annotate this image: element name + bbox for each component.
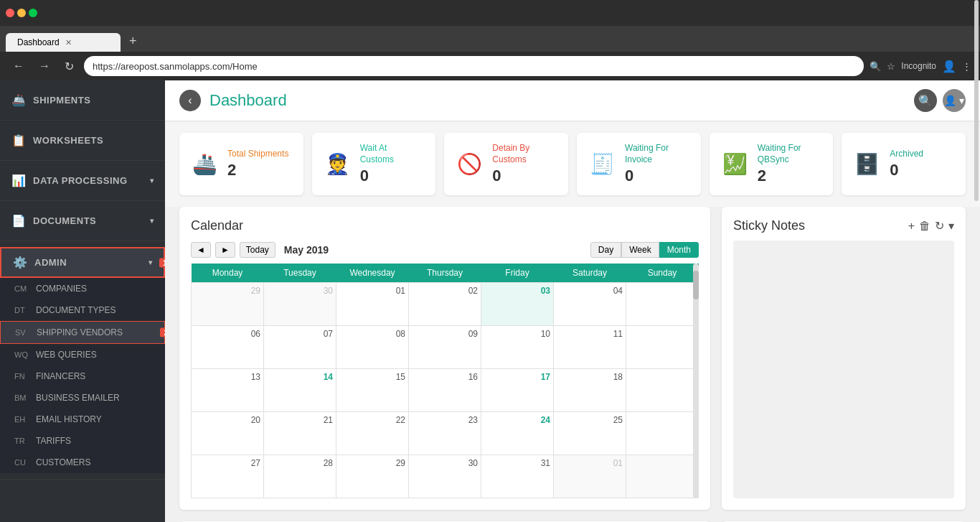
document-types-prefix: DT — [14, 306, 30, 314]
sidebar-sub-shipping-vendors[interactable]: SV SHIPPING VENDORS 2 — [0, 321, 165, 344]
cal-cell-12[interactable] — [626, 326, 699, 369]
sidebar-item-documents[interactable]: 📄 DOCUMENTS ▾ — [0, 207, 165, 235]
tab-close-btn[interactable]: ✕ — [65, 38, 72, 47]
calendar-prev-btn[interactable]: ◄ — [191, 242, 211, 258]
cal-cell-06[interactable]: 06 — [192, 326, 264, 369]
cal-cell-20[interactable]: 20 — [192, 412, 264, 455]
forward-nav-btn[interactable]: → — [34, 57, 55, 75]
cal-cell-10[interactable]: 10 — [481, 326, 554, 369]
calendar-month-view-btn[interactable]: Month — [659, 242, 699, 258]
web-queries-prefix: WQ — [14, 350, 30, 359]
sticky-refresh-btn[interactable]: ↻ — [935, 219, 944, 233]
cal-cell-09[interactable]: 09 — [409, 326, 481, 369]
new-tab-btn[interactable]: + — [123, 31, 143, 52]
profile-icon[interactable]: 👤 — [942, 60, 956, 73]
sidebar-item-shipments[interactable]: 🚢 SHIPMENTS — [0, 86, 165, 114]
cal-cell-23[interactable]: 23 — [409, 412, 481, 455]
cal-cell-16[interactable]: 16 — [409, 369, 481, 412]
archived-stat-icon: 🗄️ — [854, 152, 880, 176]
back-nav-btn[interactable]: ← — [9, 57, 29, 75]
window-min-btn[interactable] — [17, 9, 26, 17]
calendar-table: Monday Tuesday Wednesday Thursday Friday… — [191, 264, 699, 498]
cal-cell-27[interactable]: 27 — [192, 455, 264, 498]
cal-day-thursday: Thursday — [409, 264, 481, 283]
cal-cell-29-apr[interactable]: 29 — [192, 283, 264, 326]
cal-cell-18[interactable]: 18 — [554, 369, 626, 412]
stat-archived[interactable]: 🗄️ Archived 0 — [842, 133, 966, 195]
cal-cell-25[interactable]: 25 — [554, 412, 626, 455]
business-emailer-label: BUSINESS EMAILER — [36, 393, 120, 403]
sticky-expand-btn[interactable]: ▾ — [948, 219, 954, 233]
active-tab[interactable]: Dashboard ✕ — [6, 33, 121, 52]
cal-cell-28[interactable]: 28 — [264, 455, 336, 498]
sidebar-sub-tariffs[interactable]: TR TARIFFS — [0, 430, 165, 452]
wait-at-customs-value: 0 — [360, 167, 423, 185]
cal-cell-01[interactable]: 01 — [336, 283, 409, 326]
cal-cell-08[interactable]: 08 — [336, 326, 409, 369]
cal-cell-13[interactable]: 13 — [192, 369, 264, 412]
cal-cell-29[interactable]: 29 — [336, 455, 409, 498]
calendar-week-view-btn[interactable]: Week — [621, 242, 659, 258]
menu-icon[interactable]: ⋮ — [962, 61, 971, 72]
cal-cell-21[interactable]: 21 — [264, 412, 336, 455]
cal-cell-04[interactable]: 04 — [554, 283, 626, 326]
stat-total-shipments[interactable]: 🚢 Total Shipments 2 — [179, 133, 303, 195]
calendar-next-btn[interactable]: ► — [215, 242, 235, 258]
address-bar[interactable]: https://areopost.sanmolapps.com/Home — [84, 56, 864, 76]
sidebar-sub-financers[interactable]: FN FINANCERS — [0, 365, 165, 387]
calendar-day-view-btn[interactable]: Day — [590, 242, 621, 258]
cal-cell-02[interactable]: 02 — [409, 283, 481, 326]
sticky-header: Sticky Notes + 🗑 ↻ ▾ — [733, 218, 954, 233]
archived-info: Archived 0 — [890, 149, 923, 180]
calendar-row-4: 20 21 22 23 24 25 — [192, 412, 699, 455]
stat-wait-at-customs[interactable]: 👮 Wait At Customs 0 — [312, 133, 436, 195]
cal-cell-01-jun[interactable]: 01 — [554, 455, 626, 498]
cal-cell-03[interactable]: 03 — [481, 283, 554, 326]
sidebar-sub-companies[interactable]: CM COMPANIES — [0, 278, 165, 299]
cal-cell-17[interactable]: 17 — [481, 369, 554, 412]
cal-cell-07[interactable]: 07 — [264, 326, 336, 369]
cal-cell-11[interactable]: 11 — [554, 326, 626, 369]
stat-detain-by-customs[interactable]: 🚫 Detain By Customs 0 — [444, 133, 568, 195]
cal-cell-15[interactable]: 15 — [336, 369, 409, 412]
star-icon[interactable]: ☆ — [887, 61, 895, 72]
total-shipments-value: 2 — [227, 161, 288, 180]
cal-cell-30[interactable]: 30 — [409, 455, 481, 498]
admin-icon: ⚙️ — [13, 256, 27, 269]
sticky-add-btn[interactable]: + — [908, 220, 915, 233]
cal-cell-02-jun[interactable] — [626, 455, 699, 498]
search-icon[interactable]: 🔍 — [870, 61, 881, 72]
search-button[interactable]: 🔍 — [914, 89, 937, 112]
window-close-btn[interactable] — [6, 9, 14, 17]
cal-cell-22[interactable]: 22 — [336, 412, 409, 455]
sidebar-sub-business-emailer[interactable]: BM BUSINESS EMAILER — [0, 387, 165, 409]
cal-cell-26[interactable] — [626, 412, 699, 455]
sidebar-sub-document-types[interactable]: DT DOCUMENT TYPES — [0, 299, 165, 321]
cal-cell-05[interactable] — [626, 283, 699, 326]
sidebar-item-admin[interactable]: ⚙️ ADMIN ▾ 1 — [0, 247, 165, 278]
cal-cell-14[interactable]: 14 — [264, 369, 336, 412]
calendar-scrollbar[interactable] — [693, 264, 699, 498]
sticky-delete-btn[interactable]: 🗑 — [919, 220, 930, 233]
sidebar-item-data-processing[interactable]: 📊 DATA PROCESSING ▾ — [0, 167, 165, 195]
sticky-scrollbar — [974, 80, 979, 201]
web-queries-label: WEB QUERIES — [36, 350, 97, 360]
sticky-title: Sticky Notes — [733, 218, 805, 233]
ship-icon: 🚢 — [11, 93, 26, 107]
stat-waiting-qbsync[interactable]: 💹 Waiting For QBSync 2 — [710, 133, 834, 195]
sidebar-sub-web-queries[interactable]: WQ WEB QUERIES — [0, 344, 165, 365]
waiting-invoice-info: Waiting For Invoice 0 — [625, 143, 688, 185]
sidebar-sub-customers[interactable]: CU CUSTOMERS — [0, 452, 165, 473]
back-button[interactable]: ‹ — [179, 90, 201, 111]
cal-cell-30-apr[interactable]: 30 — [264, 283, 336, 326]
stat-waiting-invoice[interactable]: 🧾 Waiting For Invoice 0 — [577, 133, 701, 195]
sidebar-sub-email-history[interactable]: EH EMAIL HISTORY — [0, 409, 165, 430]
sidebar-item-worksheets[interactable]: 📋 WORKSHEETS — [0, 126, 165, 154]
cal-cell-24[interactable]: 24 — [481, 412, 554, 455]
window-max-btn[interactable] — [29, 9, 37, 17]
cal-cell-19[interactable] — [626, 369, 699, 412]
cal-cell-31[interactable]: 31 — [481, 455, 554, 498]
avatar-button[interactable]: 👤 ▾ — [943, 89, 966, 112]
reload-btn[interactable]: ↻ — [60, 57, 78, 76]
calendar-today-btn[interactable]: Today — [240, 242, 275, 258]
